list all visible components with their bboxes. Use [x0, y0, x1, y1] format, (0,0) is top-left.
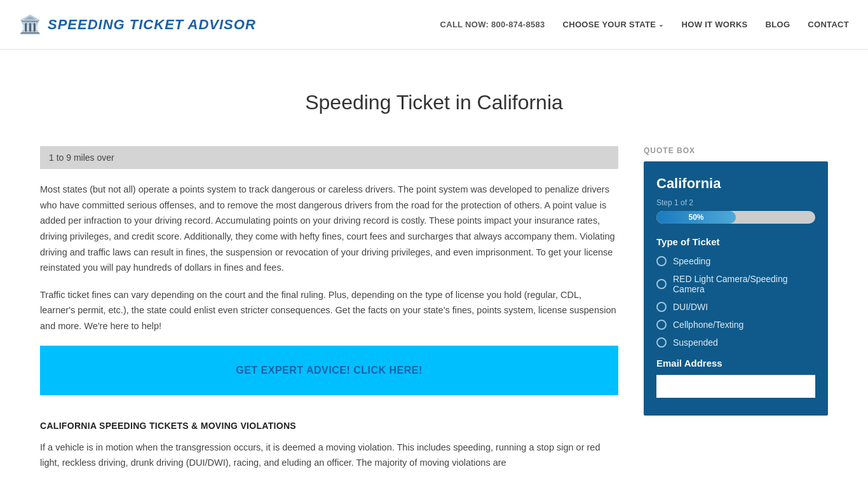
quote-state: California: [656, 175, 815, 192]
chevron-down-icon: ⌄: [658, 21, 663, 28]
radio-option-red-light[interactable]: RED Light Camera/Speeding Camera: [656, 274, 815, 294]
page-title: Speeding Ticket in California: [0, 72, 868, 127]
quote-card: California Step 1 of 2 50% Type of Ticke…: [644, 161, 828, 416]
nav-choose-state[interactable]: CHOOSE YOUR STATE ⌄: [563, 20, 664, 29]
radio-circle-dui: [656, 302, 667, 312]
radio-option-speeding[interactable]: Speeding: [656, 256, 815, 266]
content-paragraph-1: Most states (but not all) operate a poin…: [40, 182, 618, 276]
ticket-options: Speeding RED Light Camera/Speeding Camer…: [656, 256, 815, 348]
logo-icon: 🏛️: [19, 14, 41, 35]
step-label: Step 1 of 2: [656, 198, 815, 207]
progress-bar-bg: 50%: [656, 211, 815, 224]
radio-option-cellphone[interactable]: Cellphone/Texting: [656, 320, 815, 330]
section-heading: CALIFORNIA SPEEDING TICKETS & MOVING VIO…: [40, 421, 618, 431]
radio-label-dui: DUI/DWI: [673, 302, 708, 312]
radio-circle-red-light: [656, 279, 667, 289]
mv-paragraph: If a vehicle is in motion when the trans…: [40, 440, 618, 471]
quote-box-label: QUOTE BOX: [644, 146, 828, 155]
radio-circle-cellphone: [656, 320, 667, 330]
radio-circle-suspended: [656, 337, 667, 348]
content-paragraph-2: Traffic ticket fines can vary depending …: [40, 287, 618, 334]
accordion-bar[interactable]: 1 to 9 miles over: [40, 146, 618, 169]
nav-how-it-works[interactable]: HOW IT WORKS: [682, 20, 748, 29]
logo[interactable]: 🏛️ SPEEDING TICKET ADVISOR: [19, 14, 256, 35]
logo-text: SPEEDING TICKET ADVISOR: [48, 17, 256, 33]
radio-label-suspended: Suspended: [673, 337, 718, 348]
email-label: Email Address: [656, 358, 815, 369]
main-content: 1 to 9 miles over Most states (but not a…: [40, 146, 618, 471]
radio-option-suspended[interactable]: Suspended: [656, 337, 815, 348]
site-header: 🏛️ SPEEDING TICKET ADVISOR CALL NOW: 800…: [0, 0, 868, 50]
progress-text: 50%: [688, 213, 703, 222]
radio-circle-speeding: [656, 256, 667, 266]
nav-call[interactable]: CALL NOW: 800-874-8583: [440, 20, 545, 29]
email-section: Email Address: [656, 358, 815, 398]
radio-label-cellphone: Cellphone/Texting: [673, 320, 743, 330]
cta-link: GET EXPERT ADVICE! CLICK HERE!: [236, 365, 423, 376]
ticket-type-label: Type of Ticket: [656, 236, 815, 247]
main-nav: CALL NOW: 800-874-8583 CHOOSE YOUR STATE…: [440, 20, 850, 29]
radio-option-dui[interactable]: DUI/DWI: [656, 302, 815, 312]
page-container: 1 to 9 miles over Most states (but not a…: [15, 133, 853, 484]
cta-box[interactable]: GET EXPERT ADVICE! CLICK HERE!: [40, 346, 618, 395]
email-input[interactable]: [656, 375, 815, 398]
radio-label-red-light: RED Light Camera/Speeding Camera: [673, 274, 815, 294]
sidebar: QUOTE BOX California Step 1 of 2 50% Typ…: [644, 146, 828, 471]
radio-label-speeding: Speeding: [673, 256, 710, 266]
progress-bar-fill: 50%: [656, 211, 736, 224]
nav-blog[interactable]: BLOG: [766, 20, 790, 29]
nav-contact[interactable]: CONTACT: [808, 20, 849, 29]
